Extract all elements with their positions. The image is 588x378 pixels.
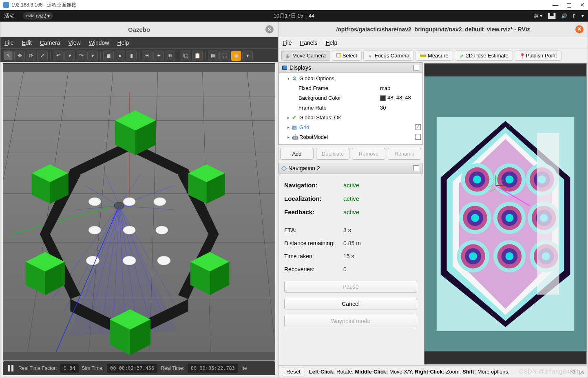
- measure-tool[interactable]: Measure: [416, 51, 453, 61]
- displays-panel-header[interactable]: Displays: [279, 62, 423, 73]
- screenshot-icon[interactable]: ◉: [231, 51, 241, 61]
- input-method-indicator[interactable]: 英 ▾: [534, 13, 542, 20]
- undo-icon[interactable]: ↶: [53, 51, 64, 61]
- power-menu-icon[interactable]: ▾: [581, 13, 584, 19]
- menu-window[interactable]: Window: [89, 40, 109, 46]
- realtime-label: Real Time:: [161, 365, 184, 371]
- light-dir-icon[interactable]: ≋: [165, 51, 175, 61]
- rdp-title: 192.168.3.168 - 远程桌面连接: [11, 2, 76, 9]
- rtf-label: Real Time Factor:: [18, 365, 57, 371]
- box-icon[interactable]: ◼: [103, 51, 114, 61]
- gazebo-close-icon[interactable]: ✕: [265, 25, 274, 33]
- gazebo-viewport[interactable]: [3, 63, 275, 360]
- rviz-titlebar: /opt/ros/galactic/share/nav2_bringup/rvi…: [279, 22, 588, 37]
- activities-button[interactable]: 活动: [4, 12, 15, 20]
- light-spot-icon[interactable]: ✦: [153, 51, 164, 61]
- translate-tool-icon[interactable]: ✥: [14, 51, 25, 61]
- interact-icon: ⊕: [285, 53, 290, 58]
- waypoint-mode-button[interactable]: Waypoint mode: [284, 315, 417, 327]
- undo-menu-icon[interactable]: ▾: [64, 51, 75, 61]
- diamond-icon: [281, 166, 287, 171]
- svg-point-46: [114, 202, 124, 209]
- app-indicator[interactable]: RVizrviz2 ▾: [23, 12, 53, 20]
- check-ok-icon: ✔: [292, 114, 298, 120]
- clock[interactable]: 10月17日 15：44: [274, 12, 314, 20]
- menu-view[interactable]: View: [69, 40, 81, 46]
- rotate-tool-icon[interactable]: ⟳: [26, 51, 36, 61]
- svg-point-43: [86, 256, 99, 265]
- gnome-top-bar: 活动 RVizrviz2 ▾ 10月17日 15：44 英 ▾ ▙▟ 🔊 ▯ ▾: [0, 10, 588, 22]
- align-icon[interactable]: ▤: [208, 51, 219, 61]
- svg-point-81: [469, 252, 477, 260]
- pin-icon: 📍: [519, 53, 524, 58]
- select-tool-icon[interactable]: ↖: [3, 51, 13, 61]
- add-button[interactable]: Add: [280, 148, 314, 160]
- watermark: CSDN @zhang8463by: [519, 368, 584, 375]
- focus-icon: ✧: [368, 53, 373, 58]
- cylinder-icon[interactable]: ▮: [126, 51, 137, 61]
- light-point-icon[interactable]: ☀: [142, 51, 153, 61]
- gazebo-menubar: File Edit Camera View Window Help: [0, 37, 278, 48]
- svg-rect-90: [537, 133, 559, 295]
- menu-file[interactable]: File: [283, 40, 292, 46]
- cancel-nav-button[interactable]: Cancel: [284, 298, 417, 310]
- menu-help[interactable]: Help: [117, 40, 129, 46]
- rtf-value: 0.34: [60, 364, 79, 373]
- svg-point-40: [88, 226, 101, 234]
- battery-icon[interactable]: ▯: [573, 13, 576, 19]
- nav2-panel-header[interactable]: Navigation 2: [279, 163, 423, 174]
- svg-point-73: [506, 214, 514, 222]
- menu-help[interactable]: Help: [325, 40, 337, 46]
- rename-button[interactable]: Rename: [388, 148, 421, 160]
- menu-camera[interactable]: Camera: [40, 40, 60, 46]
- displays-tree[interactable]: ▾⚙Global Options Fixed Framemap Backgrou…: [279, 73, 423, 145]
- ruler-icon: [420, 55, 426, 57]
- pose-estimate-tool[interactable]: ➚2D Pose Estimate: [455, 51, 513, 61]
- close-button[interactable]: ✕: [580, 2, 585, 8]
- copy-icon[interactable]: ⿻: [181, 51, 191, 61]
- snap-icon[interactable]: 🎧: [219, 51, 230, 61]
- svg-point-41: [123, 226, 135, 234]
- rviz-left-panel: Displays ▾⚙Global Options Fixed Framemap…: [279, 62, 423, 365]
- sphere-icon[interactable]: ●: [115, 51, 125, 61]
- log-icon[interactable]: ▾: [242, 51, 253, 61]
- volume-icon[interactable]: 🔊: [561, 13, 567, 19]
- svg-point-61: [506, 176, 514, 184]
- pause-nav-button[interactable]: Pause: [284, 281, 417, 293]
- focus-camera-tool[interactable]: ✧Focus Camera: [363, 51, 414, 61]
- nav2-panel-checkbox[interactable]: [413, 165, 419, 171]
- publish-point-tool[interactable]: 📍Publish Point: [515, 51, 561, 61]
- gear-icon: ⚙: [292, 75, 298, 81]
- minimize-button[interactable]: —: [553, 2, 558, 8]
- nav2-panel: Navigation:active Localization:active Fe…: [279, 174, 423, 365]
- gazebo-titlebar: Gazebo ✕: [0, 22, 278, 37]
- svg-point-37: [88, 198, 101, 206]
- menu-panels[interactable]: Panels: [300, 40, 318, 46]
- scale-tool-icon[interactable]: ⤢: [37, 51, 48, 61]
- paste-icon[interactable]: 📋: [192, 51, 203, 61]
- arrow-icon: ➚: [459, 53, 464, 58]
- simtime-value: 00 00:02:37.456: [107, 364, 157, 373]
- maximize-button[interactable]: ▢: [566, 2, 572, 8]
- menu-file[interactable]: File: [4, 40, 14, 46]
- move-camera-tool[interactable]: ⊕Move Camera: [281, 51, 330, 61]
- redo-menu-icon[interactable]: ▾: [87, 51, 98, 61]
- redo-icon[interactable]: ↷: [76, 51, 86, 61]
- reset-button[interactable]: Reset: [282, 367, 305, 376]
- grid-checkbox[interactable]: [415, 124, 421, 130]
- displays-panel-checkbox[interactable]: [413, 65, 419, 70]
- rviz-toolbar: ⊕Move Camera Select ✧Focus Camera Measur…: [279, 48, 588, 62]
- svg-point-42: [156, 226, 168, 234]
- pause-sim-button[interactable]: [6, 364, 15, 373]
- rviz-3d-view[interactable]: [424, 63, 587, 365]
- rviz-window: /opt/ros/galactic/share/nav2_bringup/rvi…: [278, 22, 588, 378]
- select-tool[interactable]: Select: [332, 51, 362, 61]
- rviz-close-icon[interactable]: ✕: [575, 25, 584, 33]
- menu-edit[interactable]: Edit: [22, 40, 32, 46]
- select-icon: [336, 53, 340, 57]
- duplicate-button[interactable]: Duplicate: [316, 148, 349, 160]
- network-icon[interactable]: ▙▟: [548, 13, 555, 19]
- remove-button[interactable]: Remove: [352, 148, 385, 160]
- robotmodel-checkbox[interactable]: [415, 134, 421, 140]
- gazebo-scene: [3, 64, 275, 360]
